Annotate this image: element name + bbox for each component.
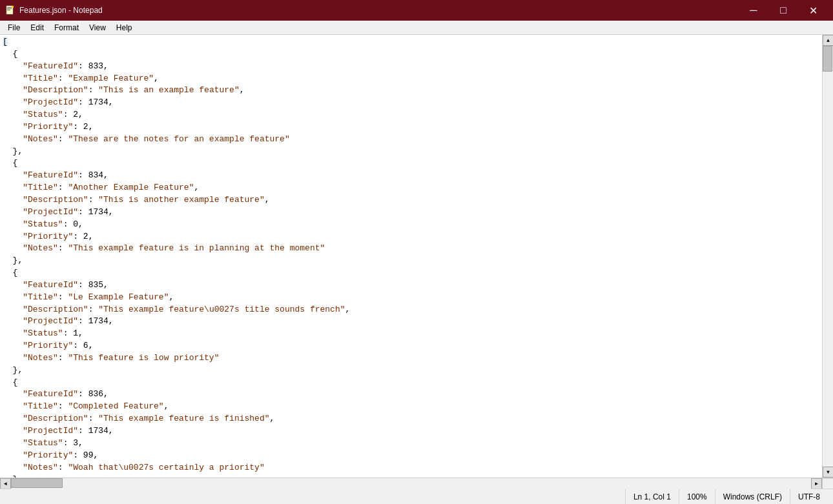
encoding: UTF-8 <box>790 489 828 504</box>
scrollbar-corner <box>822 478 833 489</box>
line-ending: Windows (CRLF) <box>715 489 790 504</box>
zoom-level: 100% <box>679 489 715 504</box>
svg-rect-1 <box>7 7 12 8</box>
scroll-down-button[interactable]: ▼ <box>823 467 833 478</box>
svg-rect-3 <box>7 10 10 10</box>
minimize-button[interactable]: ─ <box>739 0 768 21</box>
scroll-right-button[interactable]: ► <box>811 478 822 489</box>
code-content[interactable]: [ { "FeatureId": 833, "Title": "Example … <box>0 36 822 478</box>
maximize-button[interactable]: □ <box>768 0 798 21</box>
horizontal-scrollbar-container: ◄ ► <box>0 478 833 489</box>
notepad-icon <box>5 5 15 15</box>
menu-format[interactable]: Format <box>49 22 84 34</box>
svg-rect-2 <box>7 8 12 9</box>
cursor-position: Ln 1, Col 1 <box>625 489 679 504</box>
scroll-track-vertical[interactable] <box>823 46 833 467</box>
scroll-up-button[interactable]: ▲ <box>823 35 833 46</box>
window-title: Features.json - Notepad <box>19 6 103 15</box>
menu-edit[interactable]: Edit <box>25 22 49 34</box>
menu-view[interactable]: View <box>84 22 111 34</box>
horizontal-scrollbar[interactable]: ◄ ► <box>0 478 822 489</box>
vertical-scrollbar[interactable]: ▲ ▼ <box>822 35 833 478</box>
editor-scroll[interactable]: [ { "FeatureId": 833, "Title": "Example … <box>0 35 822 478</box>
menu-bar: File Edit Format View Help <box>0 21 833 35</box>
scroll-thumb-vertical[interactable] <box>823 46 832 72</box>
window-controls: ─ □ ✕ <box>739 0 828 21</box>
status-bar: Ln 1, Col 1 100% Windows (CRLF) UTF-8 <box>0 489 833 504</box>
close-button[interactable]: ✕ <box>798 0 828 21</box>
title-bar-left: Features.json - Notepad <box>5 5 103 15</box>
menu-file[interactable]: File <box>3 22 25 34</box>
scroll-track-horizontal[interactable] <box>11 478 811 489</box>
menu-help[interactable]: Help <box>111 22 138 34</box>
scroll-left-button[interactable]: ◄ <box>0 478 11 489</box>
editor-container: [ { "FeatureId": 833, "Title": "Example … <box>0 35 833 478</box>
title-bar: Features.json - Notepad ─ □ ✕ <box>0 0 833 21</box>
scroll-thumb-horizontal[interactable] <box>11 478 63 488</box>
svg-rect-4 <box>12 6 14 8</box>
notepad-window: Features.json - Notepad ─ □ ✕ File Edit … <box>0 0 833 504</box>
